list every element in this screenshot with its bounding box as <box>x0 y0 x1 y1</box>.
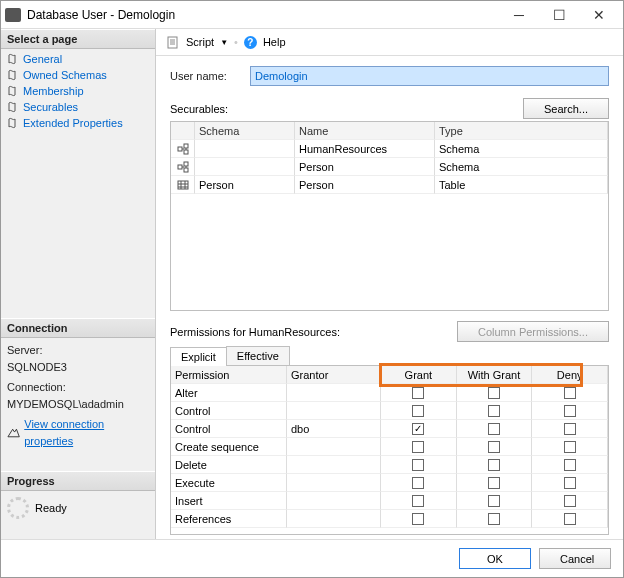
securables-row[interactable]: Person Person Table <box>171 176 608 194</box>
schema-icon <box>177 143 189 155</box>
server-label: Server: <box>7 342 149 359</box>
deny-checkbox[interactable] <box>564 459 576 471</box>
perm-name: Control <box>171 420 287 438</box>
grant-checkbox[interactable] <box>412 441 424 453</box>
deny-checkbox[interactable] <box>564 387 576 399</box>
view-connection-properties-link[interactable]: View connection properties <box>24 416 149 449</box>
perm-grantor <box>287 510 381 528</box>
deny-checkbox[interactable] <box>564 405 576 417</box>
server-value: SQLNODE3 <box>7 359 149 376</box>
perm-grantor: dbo <box>287 420 381 438</box>
perm-grantor <box>287 492 381 510</box>
col-schema: Schema <box>195 122 295 140</box>
toolbar: Script ▼ • ? Help <box>156 29 623 56</box>
perm-grantor <box>287 438 381 456</box>
script-button[interactable]: Script <box>186 36 214 48</box>
withgrant-checkbox[interactable] <box>488 495 500 507</box>
perm-name: Control <box>171 402 287 420</box>
col-permission: Permission <box>171 366 287 384</box>
progress-icon <box>7 497 29 519</box>
col-withgrant: With Grant <box>457 366 533 384</box>
cancel-button[interactable]: Cancel <box>539 548 611 569</box>
select-page-header: Select a page <box>1 29 155 49</box>
nav-label: Securables <box>23 101 78 113</box>
grant-checkbox[interactable]: ✓ <box>412 423 424 435</box>
nav-label: Extended Properties <box>23 117 123 129</box>
svg-rect-4 <box>178 165 182 169</box>
withgrant-checkbox[interactable] <box>488 477 500 489</box>
username-label: User name: <box>170 70 250 82</box>
perm-grantor <box>287 456 381 474</box>
withgrant-checkbox[interactable] <box>488 441 500 453</box>
close-button[interactable]: ✕ <box>579 1 619 29</box>
left-panel: Select a page General Owned Schemas Memb… <box>1 29 156 539</box>
titlebar: Database User - Demologin ─ ☐ ✕ <box>1 1 623 29</box>
tab-explicit[interactable]: Explicit <box>170 347 227 366</box>
withgrant-checkbox[interactable] <box>488 387 500 399</box>
connection-icon <box>7 427 20 439</box>
securables-label: Securables: <box>170 103 228 115</box>
deny-checkbox[interactable] <box>564 495 576 507</box>
grant-checkbox[interactable] <box>412 495 424 507</box>
permission-row[interactable]: Create sequence <box>171 438 608 456</box>
progress-status: Ready <box>35 502 67 514</box>
svg-rect-5 <box>184 162 188 166</box>
deny-checkbox[interactable] <box>564 513 576 525</box>
permission-row[interactable]: Execute <box>171 474 608 492</box>
ok-button[interactable]: OK <box>459 548 531 569</box>
nav-securables[interactable]: Securables <box>1 99 155 115</box>
main: Select a page General Owned Schemas Memb… <box>1 29 623 539</box>
schema-icon <box>177 161 189 173</box>
svg-rect-7 <box>178 181 188 189</box>
withgrant-checkbox[interactable] <box>488 459 500 471</box>
grant-checkbox[interactable] <box>412 513 424 525</box>
securables-grid[interactable]: Schema Name Type HumanResources Schema P… <box>170 121 609 311</box>
perm-grantor <box>287 402 381 420</box>
nav-membership[interactable]: Membership <box>1 83 155 99</box>
withgrant-checkbox[interactable] <box>488 405 500 417</box>
nav-owned-schemas[interactable]: Owned Schemas <box>1 67 155 83</box>
permission-row[interactable]: Insert <box>171 492 608 510</box>
permissions-tabs: Explicit Effective <box>170 346 609 366</box>
svg-rect-1 <box>178 147 182 151</box>
grant-checkbox[interactable] <box>412 405 424 417</box>
deny-checkbox[interactable] <box>564 423 576 435</box>
help-button[interactable]: Help <box>263 36 286 48</box>
dialog-footer: OK Cancel <box>1 539 623 577</box>
progress-block: Ready <box>1 491 155 525</box>
username-input[interactable] <box>250 66 609 86</box>
deny-checkbox[interactable] <box>564 477 576 489</box>
grant-checkbox[interactable] <box>412 459 424 471</box>
perm-grantor <box>287 474 381 492</box>
securables-header-row: Schema Name Type <box>171 122 608 140</box>
grant-checkbox[interactable] <box>412 387 424 399</box>
content: User name: Securables: Search... Schema … <box>156 56 623 539</box>
withgrant-checkbox[interactable] <box>488 423 500 435</box>
col-name: Name <box>295 122 435 140</box>
grant-checkbox[interactable] <box>412 477 424 489</box>
securables-row[interactable]: HumanResources Schema <box>171 140 608 158</box>
search-button[interactable]: Search... <box>523 98 609 119</box>
withgrant-checkbox[interactable] <box>488 513 500 525</box>
minimize-button[interactable]: ─ <box>499 1 539 29</box>
script-dropdown-icon[interactable]: ▼ <box>220 38 228 47</box>
permissions-header-row: Permission Grantor Grant With Grant Deny <box>171 366 608 384</box>
permission-row[interactable]: Alter <box>171 384 608 402</box>
maximize-button[interactable]: ☐ <box>539 1 579 29</box>
permission-row[interactable]: Control <box>171 402 608 420</box>
svg-rect-2 <box>184 144 188 148</box>
table-icon <box>177 179 189 191</box>
permission-row[interactable]: References <box>171 510 608 528</box>
script-icon <box>166 35 180 49</box>
permissions-grid[interactable]: Permission Grantor Grant With Grant Deny… <box>171 366 608 534</box>
nav-extended-properties[interactable]: Extended Properties <box>1 115 155 131</box>
perm-name: Alter <box>171 384 287 402</box>
nav-general[interactable]: General <box>1 51 155 67</box>
deny-checkbox[interactable] <box>564 441 576 453</box>
permission-row[interactable]: Delete <box>171 456 608 474</box>
permission-row[interactable]: Controldbo✓ <box>171 420 608 438</box>
tab-effective[interactable]: Effective <box>226 346 290 365</box>
perm-name: References <box>171 510 287 528</box>
window-title: Database User - Demologin <box>27 8 499 22</box>
securables-row[interactable]: Person Schema <box>171 158 608 176</box>
